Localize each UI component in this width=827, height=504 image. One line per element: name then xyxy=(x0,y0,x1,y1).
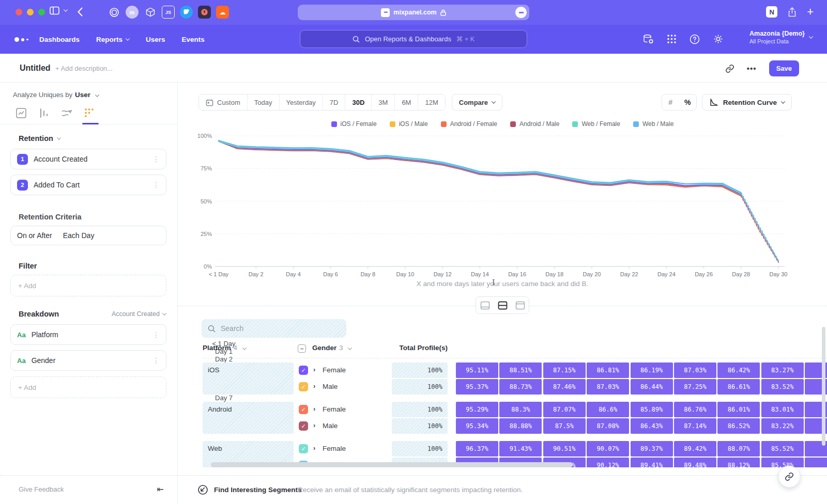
retention-value-cell: 96.37% xyxy=(456,441,498,456)
range-today[interactable]: Today xyxy=(248,94,280,110)
tab-retention-icon[interactable] xyxy=(84,107,96,120)
criteria-on-or-after[interactable]: On or After xyxy=(17,231,52,240)
legend-item[interactable]: Web / Male xyxy=(633,120,673,128)
legend-item[interactable]: iOS / Female xyxy=(331,120,377,128)
tab-funnels-icon[interactable] xyxy=(38,107,51,120)
zoom-window-button[interactable] xyxy=(38,9,45,15)
cube-extension-icon[interactable] xyxy=(144,6,157,19)
vertical-scrollbar[interactable] xyxy=(822,327,825,446)
close-window-button[interactable] xyxy=(16,9,22,15)
retention-step-1[interactable]: 1 Account Created ⋮ xyxy=(10,149,166,169)
tab-insights-icon[interactable] xyxy=(16,107,28,120)
chart-only-view-button[interactable] xyxy=(476,297,494,313)
legend-item[interactable]: Web / Female xyxy=(572,120,620,128)
bird-extension-icon[interactable] xyxy=(180,6,193,19)
table-search-input[interactable]: Search xyxy=(202,319,346,338)
breakdown-label: Platform xyxy=(32,330,147,339)
range-12m[interactable]: 12M xyxy=(418,94,445,110)
password-manager-extension-icon[interactable] xyxy=(198,6,211,19)
share-link-fab[interactable] xyxy=(778,466,800,487)
kebab-menu-icon[interactable]: ⋮ xyxy=(152,181,160,189)
expand-row-icon[interactable]: › xyxy=(313,366,315,373)
expand-row-icon[interactable]: › xyxy=(313,382,315,390)
total-profiles-header[interactable]: Total Profile(s) xyxy=(392,344,448,352)
settings-gear-icon[interactable] xyxy=(713,34,724,44)
new-tab-icon[interactable]: + xyxy=(807,7,814,17)
notion-icon[interactable]: N xyxy=(766,6,777,18)
analyze-value-dropdown[interactable]: User xyxy=(75,91,90,99)
legend-item[interactable]: Android / Female xyxy=(441,120,497,128)
table-only-view-button[interactable] xyxy=(511,297,529,313)
apps-grid-icon[interactable] xyxy=(667,34,677,44)
project-selector[interactable]: Amazonia {Demo} All Project Data xyxy=(749,30,813,44)
breakdown-event-dropdown[interactable]: Account Created xyxy=(112,310,166,318)
horizontal-scrollbar[interactable] xyxy=(211,462,573,467)
row-checkbox[interactable]: ✓ xyxy=(299,405,308,414)
nav-item-dashboards[interactable]: Dashboards xyxy=(39,36,80,43)
aperture-extension-icon[interactable] xyxy=(108,6,120,19)
data-management-icon[interactable] xyxy=(643,34,654,44)
share-icon[interactable] xyxy=(788,7,797,17)
range-7d[interactable]: 7D xyxy=(323,94,346,110)
mixpanel-logo-icon[interactable] xyxy=(14,37,28,42)
js-extension-icon[interactable]: JS xyxy=(162,6,175,19)
range-3m[interactable]: 3M xyxy=(372,94,395,110)
row-checkbox[interactable]: ✓ xyxy=(299,421,308,431)
back-icon[interactable] xyxy=(78,7,83,17)
platform-group-cell[interactable]: iOS xyxy=(203,363,294,395)
row-checkbox[interactable]: ✓ xyxy=(299,382,308,391)
expand-row-icon[interactable]: › xyxy=(313,405,315,413)
range-custom[interactable]: Custom xyxy=(199,94,248,110)
kebab-menu-icon[interactable]: ⋮ xyxy=(152,356,160,365)
breakdown-platform[interactable]: Aa Platform ⋮ xyxy=(10,324,166,345)
give-feedback-link[interactable]: Give Feedback xyxy=(19,485,64,493)
chart-type-dropdown[interactable]: Retention Curve xyxy=(702,94,792,111)
range-yesterday[interactable]: Yesterday xyxy=(280,94,323,110)
platform-column-header[interactable]: Platform4 xyxy=(203,344,246,352)
url-more-icon[interactable]: ••• xyxy=(515,7,527,18)
help-icon[interactable] xyxy=(690,34,700,44)
report-title[interactable]: Untitled xyxy=(20,64,51,73)
global-search[interactable]: Open Reports & Dashboards ⌘ + K xyxy=(300,30,527,48)
sidebar-toggle-icon[interactable] xyxy=(50,6,59,15)
retention-criteria-card[interactable]: On or After Each Day xyxy=(10,226,166,245)
chevron-down-icon[interactable] xyxy=(64,9,67,12)
m-circle-extension-icon[interactable]: m xyxy=(126,6,139,19)
criteria-each-day[interactable]: Each Day xyxy=(63,231,95,240)
copy-link-icon[interactable] xyxy=(725,64,734,73)
nav-item-events[interactable]: Events xyxy=(182,36,205,43)
split-view-button[interactable] xyxy=(494,297,511,313)
filter-add-button[interactable]: + Add xyxy=(10,275,166,296)
kebab-menu-icon[interactable]: ⋮ xyxy=(152,330,160,339)
url-bar[interactable]: ••• mixpanel.com ••• xyxy=(298,5,529,20)
report-description-placeholder[interactable]: + Add description... xyxy=(55,65,113,72)
percent-toggle[interactable]: % xyxy=(679,94,696,110)
retention-section-header[interactable]: Retention xyxy=(19,134,60,143)
breakdown-gender[interactable]: Aa Gender ⋮ xyxy=(10,350,166,371)
row-checkbox[interactable]: ✓ xyxy=(299,366,308,375)
minimize-window-button[interactable] xyxy=(27,9,34,15)
soundcloud-extension-icon[interactable]: ☁ xyxy=(216,6,229,19)
compare-button[interactable]: Compare xyxy=(452,94,502,111)
breakdown-add-button[interactable]: + Add xyxy=(10,376,166,398)
collapse-sidebar-icon[interactable]: ⇤ xyxy=(157,484,164,494)
expand-row-icon[interactable]: › xyxy=(313,421,315,429)
row-checkbox[interactable]: ✓ xyxy=(299,444,308,453)
legend-item[interactable]: Android / Male xyxy=(510,120,559,128)
gender-column-header[interactable]: Gender3 xyxy=(312,344,351,352)
kebab-menu-icon[interactable]: ⋮ xyxy=(152,155,160,163)
interesting-segments-title[interactable]: Find Interesting Segments xyxy=(214,486,302,494)
range-6m[interactable]: 6M xyxy=(395,94,418,110)
tab-flows-icon[interactable] xyxy=(61,107,73,120)
nav-item-reports[interactable]: Reports xyxy=(96,36,129,43)
platform-group-cell[interactable]: Android xyxy=(203,402,294,434)
count-toggle[interactable]: # xyxy=(662,94,679,110)
more-options-icon[interactable]: ••• xyxy=(747,64,757,73)
save-button[interactable]: Save xyxy=(769,60,799,76)
retention-step-2[interactable]: 2 Added To Cart ⋮ xyxy=(10,175,166,195)
range-30d[interactable]: 30D xyxy=(345,94,372,110)
expand-row-icon[interactable]: › xyxy=(313,444,315,452)
nav-item-users[interactable]: Users xyxy=(146,36,165,43)
select-all-checkbox[interactable]: – xyxy=(298,344,306,353)
legend-item[interactable]: iOS / Male xyxy=(390,120,428,128)
